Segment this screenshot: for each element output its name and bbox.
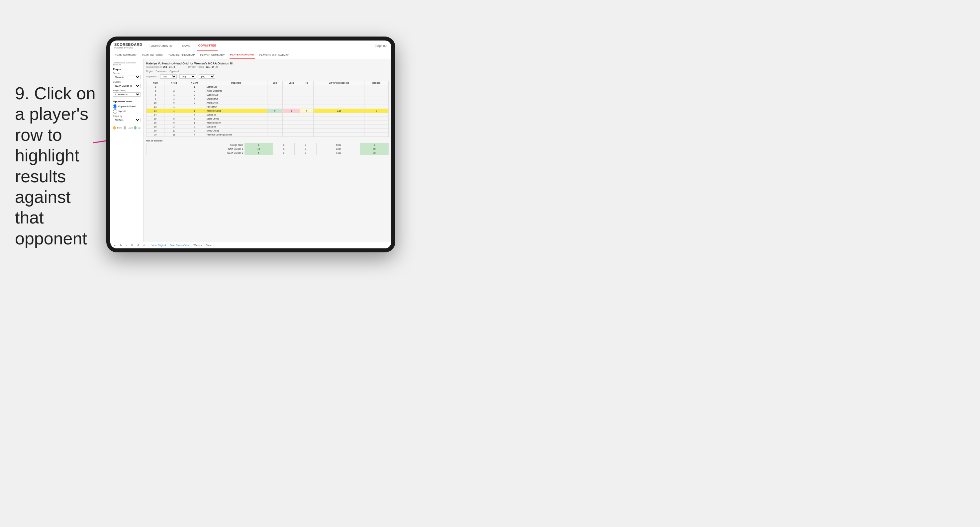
table-row[interactable]: 1822Euna Lee [146,125,389,129]
sub-nav-team-h2h-heatmap[interactable]: TEAM H2H HEATMAP [167,51,196,59]
table-row[interactable]: 1585Stella Cheng [146,117,389,121]
save-custom-view-btn[interactable]: Save Custom View [169,244,190,247]
table-row[interactable]: 1474Eunice Yi [146,113,389,117]
legend-up-label: Up [138,127,140,129]
filter-row: Region Conference Opponent [146,70,389,72]
radio-top100[interactable]: Top 100 [113,109,140,114]
left-panel: Last Updated: 27/03/2024 16:55:28 Player… [110,59,143,242]
view-original-btn[interactable]: View: Original [151,244,167,247]
division-select[interactable]: NCAA Division III [113,84,140,88]
main-content: Last Updated: 27/03/2024 16:55:28 Player… [110,59,391,242]
col-loss: Loss [282,81,300,85]
sub-nav: TEAM SUMMARY TEAM H2H GRID TEAM H2H HEAT… [110,51,391,59]
opponent-view-group: Opponents Played Top 100 [113,104,140,114]
division-record: Division Record: 331 - 34 - 6 [188,66,218,68]
sub-nav-player-h2h-grid[interactable]: PLAYER H2H GRID [229,51,255,59]
table-row[interactable]: 19106Emily Chang [146,129,389,133]
out-div-row[interactable]: NCAA Division 25007.40010 [146,151,389,155]
table-row[interactable]: 31Esther Lee [146,85,389,89]
filter-opponent: Opponent [169,70,179,72]
sub-nav-team-summary[interactable]: TEAM SUMMARY [114,51,137,59]
player-rank-label: Player (Rank) [113,89,140,92]
sub-nav-player-h2h-heatmap[interactable]: PLAYER H2H HEATMAP [259,51,290,59]
col-rounds: Rounds [364,81,388,85]
nav-items: TOURNAMENTS TEAMS COMMITTEE [148,41,375,51]
opponent-view-title: Opponent view [113,100,140,103]
table-header-row: # Div # Reg # Conf Opponent Win Loss Tie… [146,81,389,85]
gender-select[interactable]: Women's [113,75,140,79]
legend-section: Down Level Up [113,126,140,130]
legend-level-label: Level [127,127,132,129]
out-div-row[interactable]: NAIA Division 115009.26730 [146,147,389,151]
col-reg: # Reg [164,81,184,85]
logo-area: SCOREBOARD Powered by clippd [114,43,142,49]
table-row[interactable]: 20117Federica Domecq Lacroze [146,133,389,137]
col-conf: # Conf [184,81,205,85]
sub-nav-team-h2h-grid[interactable]: TEAM H2H GRID [141,51,164,59]
out-div-row[interactable]: Foreign Team1004.5002 [146,143,389,147]
player-rank-select[interactable]: 8. Katelyn Vo [113,92,140,97]
radio-opponents-played[interactable]: Opponents Played [113,104,140,109]
top-nav: SCOREBOARD Powered by clippd TOURNAMENTS… [110,41,391,51]
table-row[interactable]: 1063Andrea York [146,101,389,105]
legend-up-dot [134,126,137,130]
instruction-body: Click on a player's row to highlight res… [15,84,95,248]
table-row[interactable]: 1311Jessica Huang010-3.002 [146,109,389,113]
col-win: Win [267,81,283,85]
legend-level-dot [124,126,127,130]
timestamp: Last Updated: 27/03/2024 16:55:28 [113,62,140,66]
gender-label: Gender [113,72,140,75]
toolbar-btn-6[interactable]: ⊙ [142,244,146,247]
grid-title: Katelyn Vo Head-to-Head Grid for Women's… [146,62,389,65]
table-row[interactable]: 1691Jessica Mason [146,121,389,125]
legend-down-dot [113,126,116,130]
table-row[interactable]: 914Sharon Mun [146,97,389,101]
redo-btn[interactable]: ↻ [119,244,123,247]
instruction-text: 9. Click on a player's row to highlight … [15,83,101,249]
table-row[interactable]: 522Alexis Sudjianto [146,89,389,93]
nav-teams[interactable]: TEAMS [179,41,192,51]
table-row[interactable]: 131Heeji Hyun [146,105,389,109]
toolbar-btn-4[interactable]: ⊞ [130,244,134,247]
watch-btn[interactable]: Watch ▾ [192,244,203,247]
sign-out-link[interactable]: | Sign out [375,44,387,48]
nav-committee[interactable]: COMMITTEE [197,41,218,51]
toolbar-btn-5[interactable]: ↺ [136,244,140,247]
sub-nav-player-summary[interactable]: PLAYER SUMMARY [200,51,226,59]
out-of-division-table: Foreign Team1004.5002NAIA Division 11500… [146,143,389,155]
tablet-screen: SCOREBOARD Powered by clippd TOURNAMENTS… [110,41,391,248]
conference-filter-select[interactable]: (All) [180,75,196,79]
logo-text: SCOREBOARD [114,43,142,46]
filter-dropdowns: Opponents: (All) (All) (All) [146,75,389,79]
division-label: Division [113,81,140,83]
nav-tournaments[interactable]: TOURNAMENTS [148,41,173,51]
tablet-frame: SCOREBOARD Powered by clippd TOURNAMENTS… [106,37,395,252]
bottom-toolbar: ↩ ↻ ↕ ⊞ ↺ ⊙ | View: Original Save Custom… [110,242,391,248]
col-diff: Diff Av Strokes/Rnd [313,81,364,85]
player-section-title: Player [113,68,140,71]
colour-by-label: Colour by [113,115,140,117]
col-div: # Div [146,81,164,85]
col-opponent: Opponent [205,81,267,85]
toolbar-btn-3[interactable]: ↕ [125,244,128,247]
table-row[interactable]: 613Sydney Kuo [146,93,389,97]
grid-records: Overall Record: 353 - 34 - 6 Division Re… [146,66,389,68]
filter-region: Region [146,70,153,72]
grid-area: Katelyn Vo Head-to-Head Grid for Women's… [143,59,391,242]
out-of-division-label: Out of division [146,140,389,142]
filter-conference: Conference [156,70,167,72]
legend-down-label: Down [117,127,122,129]
step-number: 9. [15,84,29,103]
opponent-filter-select[interactable]: (All) [199,75,215,79]
logo-sub: Powered by clippd [114,46,142,49]
colour-by-select[interactable]: Win/loss [113,118,140,122]
region-filter-select[interactable]: (All) [160,75,177,79]
player-h2h-table: # Div # Reg # Conf Opponent Win Loss Tie… [146,81,389,137]
col-tie: Tie [300,81,313,85]
undo-btn[interactable]: ↩ [113,244,117,247]
overall-record: Overall Record: 353 - 34 - 6 [146,66,175,68]
share-btn[interactable]: Share [205,244,213,247]
